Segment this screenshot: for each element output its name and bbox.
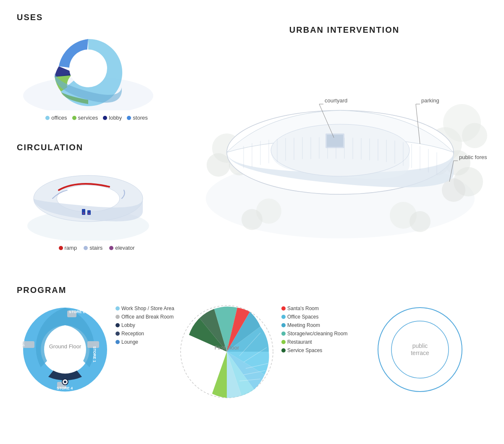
meeting-dot — [281, 323, 286, 327]
stairs-label: stairs — [89, 245, 102, 251]
legend-storage: Storage/wc/cleaning Room — [281, 331, 357, 337]
svg-text:STORE 4: STORE 4 — [57, 386, 73, 390]
service-label: Service Spaces — [287, 347, 322, 353]
svg-point-8 — [88, 213, 90, 214]
program-title: PROGRAM — [17, 285, 487, 295]
office-break-dot — [116, 315, 120, 319]
legend-service: Service Spaces — [281, 347, 357, 353]
legend-lobby: lobby — [103, 115, 122, 121]
uses-title: USES — [17, 13, 176, 22]
santas-dot — [281, 306, 286, 311]
legend-services: services — [72, 115, 98, 121]
ramp-dot — [59, 246, 63, 250]
lounge-dot — [116, 340, 120, 344]
urban-diagram: courtyard parking public forest — [193, 39, 487, 240]
svg-point-7 — [83, 212, 84, 214]
stores-label: stores — [133, 115, 147, 121]
legend-stores: stores — [127, 115, 147, 121]
uses-diagram — [17, 26, 160, 110]
restaurant-dot — [281, 340, 286, 344]
svg-text:STORE 2: STORE 2 — [69, 310, 85, 314]
storage-dot — [281, 332, 286, 336]
program-diagrams: STORE 1 STORE 2 STORE 3 STORE 4 Ground F… — [17, 301, 487, 404]
legend-office-spaces: Office Spaces — [281, 314, 357, 320]
legend-elevator: elevator — [109, 245, 134, 251]
stores-dot — [127, 116, 131, 120]
elevator-dot — [109, 246, 113, 250]
uses-section: USES offices services lobby — [17, 13, 176, 121]
urban-section: URBAN INTERVENTION — [193, 25, 496, 240]
svg-point-23 — [410, 211, 430, 232]
svg-text:STORE 3: STORE 3 — [21, 331, 25, 347]
ground-floor-container: STORE 1 STORE 2 STORE 3 STORE 4 Ground F… — [17, 301, 160, 400]
offices-label: offices — [51, 115, 67, 121]
reception-label: Reception — [121, 331, 144, 337]
offices-dot — [45, 116, 50, 120]
office-break-label: Office and Break Room — [121, 314, 174, 320]
first-floor-svg: First Floor — [176, 301, 277, 402]
parking-annotation: parking — [421, 97, 439, 104]
ramp-label: ramp — [65, 245, 77, 251]
svg-point-63 — [64, 381, 66, 383]
workshop-label: Work Shop / Store Area — [121, 306, 174, 311]
first-floor-legend: Santa's Room Office Spaces Meeting Room … — [281, 306, 357, 356]
lobby-gf-label: Lobby — [121, 322, 135, 328]
services-dot — [72, 116, 76, 120]
svg-point-1 — [69, 50, 107, 87]
svg-point-19 — [462, 123, 487, 148]
storage-label: Storage/wc/cleaning Room — [287, 331, 347, 337]
urban-title: URBAN INTERVENTION — [193, 25, 496, 35]
first-floor-container: First Floor Santa's Room O — [176, 301, 353, 404]
uses-legend: offices services lobby stores — [17, 115, 176, 121]
lobby-label: lobby — [109, 115, 122, 121]
public-terrace-svg: public terrace — [374, 301, 466, 398]
legend-offices: offices — [45, 115, 67, 121]
lobby-gf-dot — [116, 323, 120, 327]
circulation-diagram — [17, 157, 160, 240]
legend-ramp: ramp — [59, 245, 77, 251]
services-label: services — [78, 115, 98, 121]
reception-dot — [116, 332, 120, 336]
svg-text:First Floor: First Floor — [215, 345, 239, 351]
svg-text:STORE 1: STORE 1 — [92, 346, 97, 362]
office-spaces-label: Office Spaces — [287, 314, 318, 320]
legend-meeting: Meeting Room — [281, 322, 357, 328]
restaurant-label: Restaurant — [287, 339, 312, 345]
svg-text:public: public — [412, 342, 428, 349]
meeting-label: Meeting Room — [287, 322, 320, 328]
public-terrace-container: public terrace — [374, 301, 466, 400]
legend-stairs: stairs — [84, 245, 102, 251]
svg-text:Ground Floor: Ground Floor — [49, 343, 81, 350]
santas-label: Santa's Room — [287, 306, 319, 311]
elevator-label: elevator — [115, 245, 134, 251]
office-spaces-dot — [281, 315, 286, 319]
service-dot — [281, 348, 286, 353]
lounge-label: Lounge — [121, 339, 138, 345]
lobby-dot — [103, 116, 107, 120]
ground-floor-svg: STORE 1 STORE 2 STORE 3 STORE 4 Ground F… — [17, 301, 113, 398]
stairs-dot — [84, 246, 88, 250]
circulation-section: CIRCULATION ramp stairs — [17, 143, 176, 251]
svg-point-21 — [242, 209, 262, 230]
svg-point-11 — [207, 153, 230, 177]
legend-santas: Santa's Room — [281, 306, 357, 311]
courtyard-annotation: courtyard — [325, 97, 347, 104]
workshop-dot — [116, 306, 120, 311]
svg-text:terrace: terrace — [411, 350, 429, 356]
program-section: PROGRAM — [17, 285, 487, 404]
svg-point-26 — [271, 124, 410, 176]
circulation-legend: ramp stairs elevator — [17, 245, 176, 251]
forest-annotation: public forest — [459, 154, 487, 160]
legend-restaurant: Restaurant — [281, 339, 357, 345]
circulation-title: CIRCULATION — [17, 143, 176, 152]
svg-rect-28 — [327, 135, 343, 147]
